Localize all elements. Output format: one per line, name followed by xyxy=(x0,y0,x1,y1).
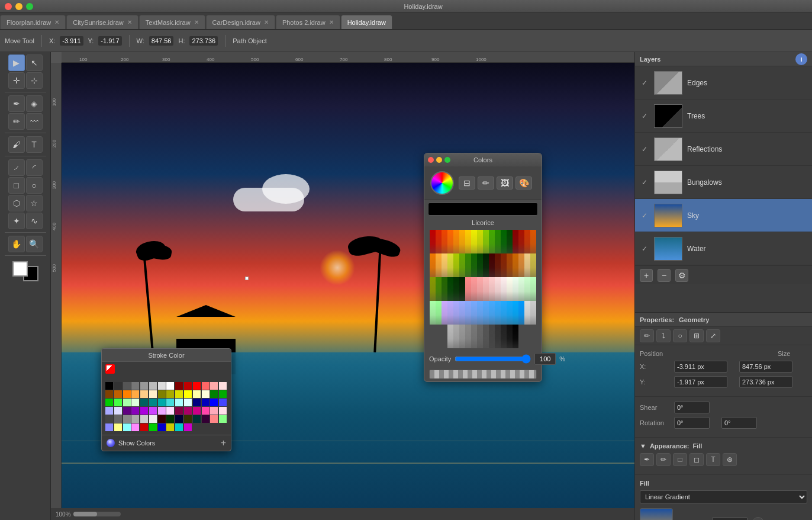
color-swatch[interactable] xyxy=(105,415,113,423)
color-wheel[interactable] xyxy=(430,171,454,195)
popup-tool-pencils[interactable]: ✏ xyxy=(478,176,494,190)
crayon-swatch[interactable] xyxy=(477,277,483,301)
shear-field[interactable] xyxy=(674,402,710,413)
color-swatch[interactable] xyxy=(105,407,113,415)
color-swatch[interactable] xyxy=(158,407,166,415)
color-swatch[interactable] xyxy=(123,390,131,398)
move-tool[interactable]: ✛ xyxy=(8,72,25,89)
tab-citysunrise[interactable]: CitySunrise.idraw ✕ xyxy=(66,15,138,29)
crayon-swatch[interactable] xyxy=(459,230,465,253)
crayon-swatch[interactable] xyxy=(483,301,489,325)
color-swatch[interactable] xyxy=(193,390,201,398)
crayon-swatch[interactable] xyxy=(447,277,453,301)
popup-tool-crayons[interactable]: 🎨 xyxy=(515,176,532,190)
crayon-swatch[interactable] xyxy=(524,253,530,277)
color-swatch[interactable] xyxy=(184,423,192,431)
crayon-swatch[interactable] xyxy=(477,301,483,325)
props-tab-1[interactable]: ✏ xyxy=(640,329,654,342)
crayon-swatch[interactable] xyxy=(442,277,447,301)
props-tab-3[interactable]: ○ xyxy=(673,329,687,342)
color-swatch[interactable] xyxy=(123,399,131,406)
color-swatch[interactable] xyxy=(123,407,131,415)
crayon-swatch[interactable] xyxy=(453,301,459,325)
color-swatch[interactable] xyxy=(158,390,166,398)
crayon-swatch[interactable] xyxy=(483,277,489,301)
arc-tool[interactable]: ◜ xyxy=(26,159,43,176)
crayon-swatch[interactable] xyxy=(495,253,501,277)
color-swatch[interactable] xyxy=(175,382,183,390)
color-swatch[interactable] xyxy=(175,407,183,415)
freehand-tool[interactable]: ∿ xyxy=(26,213,43,229)
crayon-swatch[interactable] xyxy=(477,253,483,277)
crayon-swatch[interactable] xyxy=(495,277,501,301)
crayon-swatch[interactable] xyxy=(495,230,501,253)
color-swatch[interactable] xyxy=(158,382,166,390)
zoom-tool[interactable]: 🔍 xyxy=(26,236,43,252)
color-swatch[interactable] xyxy=(210,399,218,406)
w-field[interactable] xyxy=(739,361,792,373)
crayon-swatch[interactable] xyxy=(436,230,442,253)
node-tool[interactable]: ◈ xyxy=(26,95,43,112)
line-tool[interactable]: ⟋ xyxy=(8,159,25,176)
hand-tool[interactable]: ✋ xyxy=(8,236,25,252)
crayon-swatch[interactable] xyxy=(489,325,495,348)
polygon-tool[interactable]: ⬡ xyxy=(8,195,25,211)
crayon-swatch[interactable] xyxy=(513,277,518,301)
crayon-swatch[interactable] xyxy=(442,301,447,325)
crayon-swatch[interactable] xyxy=(501,301,507,325)
crayon-swatch[interactable] xyxy=(465,277,471,301)
color-swatch[interactable] xyxy=(202,382,210,390)
color-swatch[interactable] xyxy=(140,407,148,415)
fill-tool-brush[interactable]: ✏ xyxy=(656,453,671,466)
color-swatch[interactable] xyxy=(149,423,157,431)
color-swatch[interactable] xyxy=(166,407,174,415)
crop-tool[interactable]: ⊹ xyxy=(26,72,43,89)
color-swatch[interactable] xyxy=(202,399,210,406)
color-swatch[interactable] xyxy=(184,390,192,398)
color-swatch[interactable] xyxy=(158,399,166,406)
color-swatch[interactable] xyxy=(131,382,139,390)
crayon-swatch[interactable] xyxy=(459,325,465,348)
star2-tool[interactable]: ✦ xyxy=(8,213,25,229)
color-swatch[interactable] xyxy=(114,415,122,423)
props-tab-4[interactable]: ⊞ xyxy=(689,329,704,342)
crayon-swatch[interactable] xyxy=(495,325,501,348)
pencil-tool[interactable]: ✏ xyxy=(8,113,25,130)
select-tool[interactable]: ▶ xyxy=(8,54,25,71)
color-swatch[interactable] xyxy=(149,399,157,406)
layer-visibility-edges[interactable]: ✓ xyxy=(640,78,649,88)
color-swatch[interactable] xyxy=(131,390,139,398)
tab-holiday[interactable]: Holiday.idraw xyxy=(341,15,392,29)
crayon-swatch[interactable] xyxy=(453,230,459,253)
crayon-swatch[interactable] xyxy=(465,301,471,325)
crayon-swatch[interactable] xyxy=(489,253,495,277)
color-swatch[interactable] xyxy=(184,415,192,423)
color-swatch[interactable] xyxy=(166,415,174,423)
tab-close-icon[interactable]: ✕ xyxy=(127,19,132,25)
color-swatch[interactable] xyxy=(175,423,183,431)
crayon-swatch[interactable] xyxy=(453,253,459,277)
crayon-swatch[interactable] xyxy=(471,301,477,325)
add-button[interactable]: + xyxy=(221,438,226,448)
rotation-field-2[interactable] xyxy=(721,417,757,429)
crayon-swatch[interactable] xyxy=(507,230,513,253)
rotation-field-1[interactable] xyxy=(674,417,710,429)
fill-tool-eye[interactable]: ⊛ xyxy=(723,453,737,466)
crayon-swatch[interactable] xyxy=(465,253,471,277)
color-swatch[interactable] xyxy=(202,415,210,423)
color-swatch[interactable] xyxy=(166,399,174,406)
props-tab-2[interactable]: ⤵ xyxy=(656,329,671,342)
paint-tool[interactable]: 🖌 xyxy=(8,136,25,153)
crayon-swatch[interactable] xyxy=(453,325,459,348)
crayon-swatch[interactable] xyxy=(518,253,524,277)
angle-reset-button[interactable]: ↺ xyxy=(752,517,764,520)
color-swatch[interactable] xyxy=(140,399,148,406)
opacity-value-input[interactable] xyxy=(534,353,556,365)
crayon-swatch[interactable] xyxy=(430,253,436,277)
canvas-area[interactable]: 100 200 300 400 500 600 700 800 900 1000… xyxy=(51,52,634,520)
layer-reflections[interactable]: ✓ Reflections xyxy=(635,133,812,166)
crayon-swatch[interactable] xyxy=(489,230,495,253)
crayon-swatch[interactable] xyxy=(453,277,459,301)
crayon-swatch[interactable] xyxy=(513,325,518,348)
color-swatch[interactable] xyxy=(166,382,174,390)
